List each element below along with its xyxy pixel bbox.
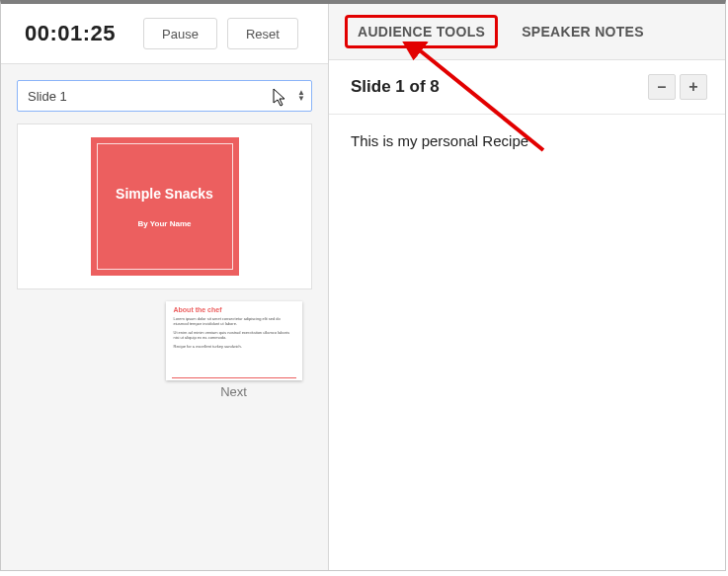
current-slide-preview: Simple Snacks By Your Name xyxy=(17,123,312,289)
zoom-controls: – + xyxy=(648,74,707,100)
slide-title: Simple Snacks xyxy=(116,186,213,202)
slide-counter: Slide 1 of 8 xyxy=(351,77,440,97)
tab-speaker-notes[interactable]: SPEAKER NOTES xyxy=(522,18,644,45)
next-slide-text2: Ut enim ad minim veniam quis nostrud exe… xyxy=(174,330,294,340)
slide-selector-label: Slide 1 xyxy=(28,89,67,104)
timer-bar: 00:01:25 Pause Reset xyxy=(1,4,328,64)
next-slide-card: About the chef Lorem ipsum dolor sit ame… xyxy=(166,301,302,380)
speaker-notes-content: This is my personal Recipe xyxy=(329,115,725,167)
tabs-bar: AUDIENCE TOOLS SPEAKER NOTES xyxy=(329,4,725,60)
stepper-icon: ▲▼ xyxy=(297,90,305,102)
left-panel: 00:01:25 Pause Reset Slide 1 ▲▼ Simple S… xyxy=(1,4,329,570)
right-panel: AUDIENCE TOOLS SPEAKER NOTES Slide 1 of … xyxy=(329,4,725,570)
tab-audience-tools[interactable]: AUDIENCE TOOLS xyxy=(345,15,498,48)
slide-card: Simple Snacks By Your Name xyxy=(91,137,239,276)
zoom-out-button[interactable]: – xyxy=(648,74,676,100)
presenter-view: 00:01:25 Pause Reset Slide 1 ▲▼ Simple S… xyxy=(0,0,726,571)
next-slide-heading: About the chef xyxy=(174,307,294,312)
next-slide-text3: Recipe for a excellent turkey sandwich. xyxy=(174,344,294,349)
slide-subtitle: By Your Name xyxy=(138,219,192,228)
next-slide-thumbnail[interactable]: About the chef Lorem ipsum dolor sit ame… xyxy=(166,301,302,399)
notes-header: Slide 1 of 8 – + xyxy=(329,60,725,115)
zoom-in-button[interactable]: + xyxy=(680,74,707,100)
next-slide-text1: Lorem ipsum dolor sit amet consectetur a… xyxy=(174,316,294,326)
slide-selector-dropdown[interactable]: Slide 1 ▲▼ xyxy=(17,80,312,112)
next-label: Next xyxy=(220,384,247,399)
left-body: Slide 1 ▲▼ Simple Snacks By Your Name Ab… xyxy=(1,64,328,570)
reset-button[interactable]: Reset xyxy=(227,18,298,49)
pause-button[interactable]: Pause xyxy=(143,18,217,49)
timer-display: 00:01:25 xyxy=(25,21,116,46)
